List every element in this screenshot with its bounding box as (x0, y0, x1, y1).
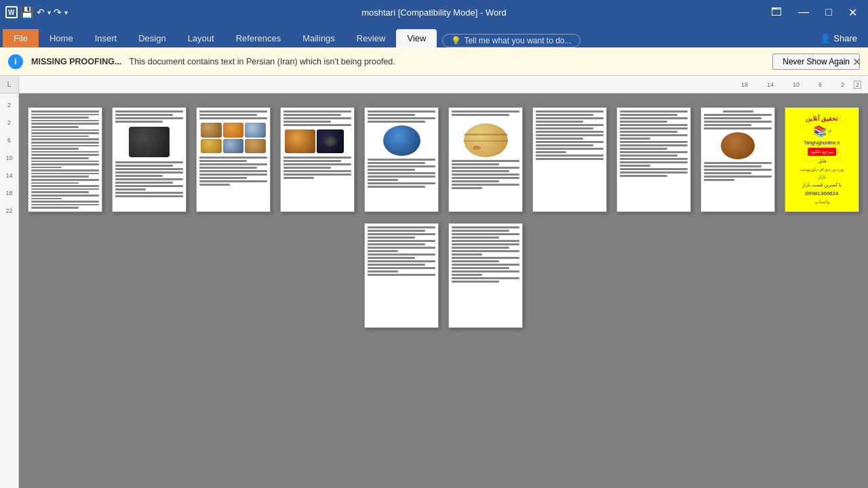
line (115, 110, 183, 113)
tab-design[interactable]: Design (127, 29, 176, 47)
line (31, 110, 99, 113)
ruler-corner: L (0, 76, 19, 93)
line (199, 174, 267, 176)
line (536, 121, 583, 123)
main-area: 2 2 6 10 14 18 22 (0, 94, 868, 488)
line (368, 243, 425, 245)
line (115, 168, 183, 170)
page-5[interactable] (364, 107, 439, 212)
page-1[interactable] (28, 107, 102, 212)
line (368, 162, 425, 164)
svg-text:W: W (8, 9, 15, 16)
ad-price: با کمترین قیمت بازار (802, 182, 842, 188)
word-icon: W (5, 6, 18, 18)
page-10-ad[interactable]: تحقیق آنلاین 📚 ↗ Tahghighonline.ir مرجع … (785, 107, 859, 212)
line (620, 131, 677, 133)
line (31, 204, 99, 206)
page-2[interactable] (112, 107, 186, 212)
line (620, 117, 688, 119)
ad-title: تحقیق آنلاین (806, 115, 839, 122)
tab-file[interactable]: File (3, 29, 39, 47)
horizontal-ruler: 18 14 10 6 2 2 (19, 76, 868, 93)
ruler-v-6: 6 (7, 131, 11, 149)
redo-icon[interactable]: ↷ (54, 7, 62, 18)
line (115, 117, 183, 119)
line (452, 274, 482, 276)
line (452, 114, 509, 116)
line (31, 169, 99, 171)
maximize-button[interactable]: □ (820, 3, 837, 21)
page-12[interactable] (448, 223, 523, 328)
line (704, 169, 772, 171)
ribbon-display-button[interactable]: 🗔 (766, 3, 787, 21)
share-button[interactable]: 👤 Share (809, 29, 868, 47)
tab-view[interactable]: View (396, 29, 437, 47)
undo-icon[interactable]: ↶ (37, 7, 45, 18)
minimize-button[interactable]: — (793, 3, 814, 21)
tell-me-input[interactable]: 💡 Tell me what you want to do... (442, 34, 580, 47)
ruler-v-22: 22 (5, 202, 12, 220)
page-11-content (368, 226, 435, 325)
close-button[interactable]: ✕ (843, 3, 863, 22)
pages-row-1: تحقیق آنلاین 📚 ↗ Tahghighonline.ir مرجع … (28, 107, 859, 212)
line (620, 165, 650, 167)
line (199, 157, 267, 159)
planet-img-6 (245, 139, 266, 154)
line (368, 257, 415, 259)
line (31, 148, 79, 150)
notification-icon: i (8, 54, 23, 69)
line (283, 114, 341, 116)
line (452, 230, 509, 232)
notification-close-button[interactable]: ✕ (852, 55, 861, 68)
jupiter-image (464, 123, 508, 157)
line (199, 163, 267, 165)
line (368, 250, 398, 252)
planet-img-2 (223, 123, 244, 138)
tab-insert[interactable]: Insert (84, 29, 128, 47)
page-3[interactable] (196, 107, 271, 212)
line (283, 124, 351, 126)
page-11[interactable] (364, 223, 439, 328)
line (31, 136, 89, 138)
page-6[interactable] (448, 107, 523, 212)
line (368, 159, 435, 161)
line (31, 176, 89, 178)
planet-img-3 (245, 123, 266, 138)
line (31, 173, 99, 175)
line (368, 114, 415, 116)
ad-file-label: فایل (818, 159, 826, 164)
document-area[interactable]: تحقیق آنلاین 📚 ↗ Tahghighonline.ir مرجع … (19, 94, 868, 488)
line (536, 124, 604, 126)
line (31, 207, 79, 209)
page-9[interactable] (701, 107, 775, 212)
line (536, 134, 604, 136)
line (115, 195, 183, 197)
notification-message: This document contains text in Persian (… (130, 57, 395, 66)
save-icon[interactable]: 💾 (20, 6, 34, 19)
ad-logo-area: 📚 ↗ (813, 125, 831, 138)
tab-mailings[interactable]: Mailings (292, 29, 346, 47)
never-show-again-button[interactable]: Never Show Again (772, 54, 860, 70)
line (704, 114, 772, 116)
tab-review[interactable]: Review (346, 29, 397, 47)
line (283, 157, 351, 159)
line (704, 117, 762, 119)
line (368, 176, 435, 178)
page-8[interactable] (616, 107, 691, 212)
line (704, 124, 751, 126)
undo-dropdown-icon[interactable]: ▾ (47, 9, 51, 16)
page-4[interactable] (280, 107, 355, 212)
tab-references[interactable]: References (225, 29, 292, 47)
line (31, 114, 99, 116)
line (620, 110, 688, 113)
ad-contact: واتساپ (814, 199, 829, 205)
line (536, 148, 604, 150)
tab-home[interactable]: Home (39, 29, 84, 47)
line (115, 121, 163, 123)
line (704, 179, 734, 181)
tab-layout[interactable]: Layout (177, 29, 225, 47)
line (368, 110, 435, 113)
customize-icon[interactable]: ▾ (64, 9, 68, 16)
page-7[interactable] (532, 107, 607, 212)
line (368, 270, 398, 272)
